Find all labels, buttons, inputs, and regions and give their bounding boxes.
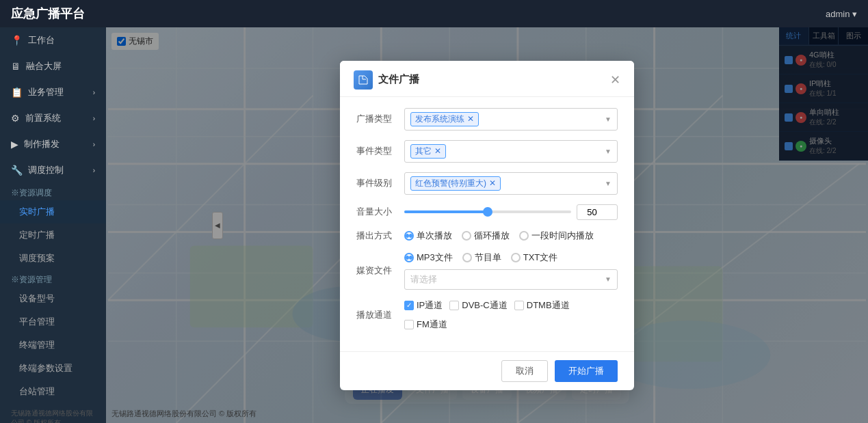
cb-fm bbox=[404, 320, 414, 329]
radio-program-label: 节目单 bbox=[475, 251, 501, 264]
checkbox-fm[interactable]: FM通道 bbox=[404, 318, 447, 331]
business-icon: 📋 bbox=[11, 87, 23, 98]
production-arrow: › bbox=[93, 141, 95, 148]
radio-timed-label: 一段时间内播放 bbox=[531, 230, 594, 242]
sidebar-item-rehearsal[interactable]: ⚙ 前置系统 › bbox=[0, 105, 106, 131]
sidebar-sub-terminal-params[interactable]: 终端参数设置 bbox=[0, 357, 106, 380]
checkbox-dtmb[interactable]: DTMB通道 bbox=[514, 299, 570, 312]
radio-dot-txt bbox=[511, 253, 521, 262]
event-type-control[interactable]: 其它 ✕ ▼ bbox=[404, 140, 618, 163]
event-level-select[interactable]: 红色预警(特别重大) ✕ ▼ bbox=[404, 172, 618, 195]
channel-control: ✓ IP通道 DVB-C通道 DTMB通道 bbox=[404, 299, 618, 331]
broadcast-type-arrow: ▼ bbox=[605, 115, 611, 123]
form-row-media: 媒资文件 MP3文件 bbox=[356, 251, 618, 290]
admin-menu[interactable]: admin ▾ bbox=[826, 9, 857, 19]
radio-program[interactable]: 节目单 bbox=[462, 251, 501, 264]
sidebar-item-workbench[interactable]: 📍 工作台 bbox=[0, 27, 106, 53]
form-row-event-type: 事件类型 其它 ✕ ▼ bbox=[356, 140, 618, 163]
modal-footer: 取消 开始广播 bbox=[340, 351, 634, 390]
event-level-remove[interactable]: ✕ bbox=[489, 178, 496, 188]
radio-dot-single bbox=[404, 231, 414, 241]
cb-dvbc bbox=[449, 301, 459, 310]
radio-loop-label: 循环播放 bbox=[474, 230, 510, 242]
radio-dot-loop bbox=[462, 231, 471, 241]
footer-copyright: 无锡路通视德网络股份有限公司 © 版权所有 bbox=[0, 403, 106, 423]
sidebar-item-bigscreen[interactable]: 🖥 融合大屏 bbox=[0, 53, 106, 79]
sidebar-sub-resource-mgmt[interactable]: ※资源调度 bbox=[0, 183, 106, 200]
sidebar-sub-station[interactable]: 台站管理 bbox=[0, 380, 106, 403]
volume-label: 音量大小 bbox=[356, 206, 404, 218]
rehearsal-icon: ⚙ bbox=[11, 113, 20, 124]
event-type-select[interactable]: 其它 ✕ ▼ bbox=[404, 140, 618, 163]
volume-slider-thumb[interactable] bbox=[483, 207, 492, 217]
file-broadcast-modal: 文件广播 ✕ 广播类型 发布系统演练 bbox=[340, 61, 634, 390]
modal-title: 文件广播 bbox=[378, 73, 419, 86]
radio-single-label: 单次播放 bbox=[417, 230, 452, 242]
event-type-remove[interactable]: ✕ bbox=[434, 146, 441, 156]
radio-loop[interactable]: 循环播放 bbox=[462, 230, 510, 242]
form-row-broadcast-type: 广播类型 发布系统演练 ✕ ▼ bbox=[356, 108, 618, 131]
sidebar-item-scheduling[interactable]: 🔧 调度控制 › bbox=[0, 157, 106, 183]
form-row-volume: 音量大小 50 bbox=[356, 204, 618, 220]
modal-header: 文件广播 ✕ bbox=[340, 61, 634, 97]
media-placeholder: 请选择 bbox=[410, 273, 437, 286]
radio-mp3-label: MP3文件 bbox=[417, 251, 453, 264]
confirm-button[interactable]: 开始广播 bbox=[555, 360, 618, 382]
media-control: MP3文件 节目单 TXT文件 bbox=[404, 251, 618, 290]
checkbox-ip-label: IP通道 bbox=[417, 299, 443, 312]
media-dropdown-arrow: ▼ bbox=[605, 275, 611, 283]
sidebar-sub-resource-management[interactable]: ※资源管理 bbox=[0, 270, 106, 287]
channel-checkbox-group: ✓ IP通道 DVB-C通道 DTMB通道 bbox=[404, 299, 618, 331]
media-select-dropdown[interactable]: 请选择 ▼ bbox=[404, 269, 618, 290]
sidebar-item-production[interactable]: ▶ 制作播发 › bbox=[0, 131, 106, 157]
volume-slider-fill bbox=[404, 210, 488, 213]
production-icon: ▶ bbox=[11, 139, 18, 150]
cb-ip: ✓ bbox=[404, 301, 414, 310]
rehearsal-arrow: › bbox=[93, 115, 95, 122]
media-radio-group: MP3文件 节目单 TXT文件 bbox=[404, 251, 618, 264]
event-type-arrow: ▼ bbox=[605, 148, 611, 155]
checkbox-dvbc[interactable]: DVB-C通道 bbox=[449, 299, 507, 312]
event-type-tag: 其它 ✕ bbox=[410, 144, 446, 159]
radio-txt[interactable]: TXT文件 bbox=[511, 251, 558, 264]
cb-dtmb bbox=[514, 301, 524, 310]
sidebar-sub-device-model[interactable]: 设备型号 bbox=[0, 287, 106, 310]
sidebar-sub-platform[interactable]: 平台管理 bbox=[0, 310, 106, 333]
app-title: 应急广播平台 bbox=[11, 5, 85, 22]
broadcast-type-select[interactable]: 发布系统演练 ✕ ▼ bbox=[404, 108, 618, 131]
business-arrow: › bbox=[93, 89, 95, 96]
radio-single[interactable]: 单次播放 bbox=[404, 230, 452, 242]
play-mode-control: 单次播放 循环播放 一段时间内播放 bbox=[404, 230, 618, 242]
modal-body: 广播类型 发布系统演练 ✕ ▼ bbox=[340, 97, 634, 351]
radio-dot-mp3 bbox=[404, 253, 414, 262]
radio-timed[interactable]: 一段时间内播放 bbox=[519, 230, 594, 242]
broadcast-type-control[interactable]: 发布系统演练 ✕ ▼ bbox=[404, 108, 618, 131]
broadcast-type-tag: 发布系统演练 ✕ bbox=[410, 112, 479, 126]
volume-input[interactable]: 50 bbox=[577, 204, 618, 220]
sidebar-sub-realtime[interactable]: 实时广播 bbox=[0, 200, 106, 223]
form-row-play-mode: 播出方式 单次播放 循环播放 bbox=[356, 230, 618, 242]
radio-mp3[interactable]: MP3文件 bbox=[404, 251, 453, 264]
broadcast-type-label: 广播类型 bbox=[356, 113, 404, 125]
checkbox-ip[interactable]: ✓ IP通道 bbox=[404, 299, 443, 312]
modal-close-button[interactable]: ✕ bbox=[610, 72, 620, 87]
media-label: 媒资文件 bbox=[356, 264, 404, 277]
radio-dot-program bbox=[462, 253, 472, 262]
sidebar: 📍 工作台 🖥 融合大屏 📋 业务管理 › ⚙ 前置系统 › ▶ 制作播发 › bbox=[0, 27, 106, 423]
channel-label: 播放通道 bbox=[356, 309, 404, 321]
workbench-icon: 📍 bbox=[11, 35, 23, 46]
broadcast-type-remove[interactable]: ✕ bbox=[467, 114, 474, 124]
form-row-channel: 播放通道 ✓ IP通道 DVB-C通道 bbox=[356, 299, 618, 331]
event-type-label: 事件类型 bbox=[356, 145, 404, 157]
checkbox-fm-label: FM通道 bbox=[417, 318, 447, 331]
sidebar-item-business[interactable]: 📋 业务管理 › bbox=[0, 79, 106, 105]
event-level-control[interactable]: 红色预警(特别重大) ✕ ▼ bbox=[404, 172, 618, 195]
sidebar-sub-scheduled[interactable]: 定时广播 bbox=[0, 223, 106, 247]
cancel-button[interactable]: 取消 bbox=[501, 360, 548, 382]
header: 应急广播平台 admin ▾ bbox=[0, 0, 868, 27]
radio-txt-label: TXT文件 bbox=[523, 251, 558, 264]
volume-slider-track[interactable] bbox=[404, 210, 571, 213]
modal-overlay: 文件广播 ✕ 广播类型 发布系统演练 bbox=[106, 27, 868, 423]
sidebar-sub-scheduling-plan[interactable]: 调度预案 bbox=[0, 247, 106, 270]
sidebar-sub-terminal[interactable]: 终端管理 bbox=[0, 333, 106, 357]
